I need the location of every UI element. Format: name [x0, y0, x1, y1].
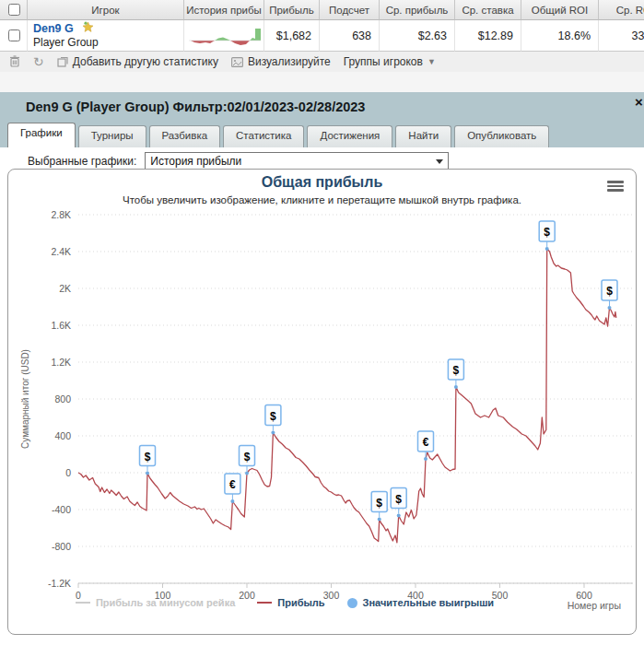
legend-item[interactable]: Прибыль	[257, 597, 324, 608]
y-tick-label: -800	[52, 541, 71, 552]
tab-опубликовать[interactable]: Опубликовать	[454, 125, 549, 147]
win-anchor-dot	[271, 431, 275, 435]
win-flag[interactable]: $	[539, 221, 555, 251]
player-groups-label: Группы игроков	[344, 55, 423, 68]
win-flag-symbol: $	[270, 410, 276, 423]
copy-icon	[57, 56, 68, 67]
y-tick-label: 400	[54, 430, 71, 441]
y-tick-label: 1.6K	[51, 320, 71, 331]
win-flag[interactable]: €	[225, 474, 240, 503]
win-flag-symbol: €	[423, 436, 429, 449]
player-group-label: Player Group	[33, 36, 99, 50]
add-statistic-label: Добавить другую статистику	[73, 55, 218, 68]
row-checkbox[interactable]	[8, 29, 20, 41]
win-flag[interactable]: $	[265, 405, 281, 435]
toolbar: ↻ Добавить другую статистику Визуализиру…	[0, 52, 644, 72]
column-header[interactable]: Подсчет	[320, 0, 380, 20]
trash-icon[interactable]	[9, 55, 20, 69]
close-icon[interactable]: ×	[635, 94, 644, 110]
column-header[interactable]: Игрок	[28, 0, 184, 20]
visualize-button[interactable]: Визуализируйте	[231, 55, 331, 68]
image-icon	[231, 57, 243, 67]
win-flag-symbol: $	[395, 493, 402, 506]
chart-type-select[interactable]: История прибыли	[145, 152, 449, 170]
chevron-down-icon: ▼	[427, 57, 436, 66]
win-flag[interactable]: $	[391, 488, 406, 518]
filter-title: Den9 G (Player Group) Фильтр:02/01/2023-…	[26, 100, 365, 114]
y-axis-title: Суммарный итог (USD)	[20, 349, 30, 449]
avg-profit-value: $2.63	[380, 20, 455, 52]
win-anchor-dot	[424, 457, 427, 461]
column-header[interactable]: Прибыль	[264, 0, 320, 20]
win-flag[interactable]: €	[418, 431, 434, 461]
profit-line[interactable]	[78, 249, 616, 543]
legend-label: Прибыль за минусом рейка	[96, 597, 235, 608]
column-header[interactable]: Ср. ROI	[599, 0, 644, 20]
tab-турниры[interactable]: Турниры	[78, 125, 146, 147]
chart-select-value: История прибыли	[150, 155, 241, 168]
y-tick-label: 800	[54, 393, 71, 405]
refresh-icon[interactable]: ↻	[33, 55, 44, 68]
win-flag[interactable]: $	[240, 446, 255, 475]
y-tick-label: 0	[65, 467, 71, 478]
visualize-label: Визуализируйте	[248, 55, 331, 68]
legend-item[interactable]: Значительные выигрыши	[347, 597, 495, 608]
legend-label: Прибыль	[277, 597, 324, 608]
win-anchor-dot	[245, 472, 249, 475]
tab-разбивка[interactable]: Разбивка	[149, 125, 221, 147]
tab-достижения[interactable]: Достижения	[307, 125, 392, 147]
legend-line-swatch	[257, 602, 272, 604]
win-flag-symbol: $	[606, 285, 613, 298]
avg-stake-value: $12.89	[455, 20, 521, 52]
column-header[interactable]: Ср. прибыль	[380, 0, 455, 20]
select-all-checkbox[interactable]	[8, 4, 20, 16]
win-flag-symbol: $	[376, 497, 382, 510]
win-flag-symbol: €	[229, 478, 236, 491]
win-anchor-dot	[230, 499, 234, 503]
win-anchor-dot	[608, 306, 612, 310]
filter-header: Den9 G (Player Group) Фильтр:02/01/2023-…	[0, 92, 644, 147]
tab-найти[interactable]: Найти	[395, 125, 451, 147]
win-flag[interactable]: $	[448, 359, 463, 389]
legend-marker-swatch	[347, 598, 357, 608]
xaxis-title: Номер игры	[568, 600, 621, 611]
win-flag-symbol: $	[453, 364, 460, 377]
table-header-row: ИгрокИстория прибыПрибыльПодсчетСр. приб…	[0, 0, 644, 20]
profit-value: $1,682	[264, 20, 320, 52]
win-flag[interactable]: $	[140, 446, 156, 475]
add-statistic-button[interactable]: Добавить другую статистику	[57, 55, 218, 68]
legend-line-swatch	[76, 602, 90, 604]
spacer-strip	[0, 72, 644, 92]
select-all-cell[interactable]	[0, 0, 28, 20]
win-flag-symbol: $	[244, 451, 251, 463]
column-header[interactable]: Общий ROI	[521, 0, 599, 20]
y-tick-label: 1.2K	[51, 357, 71, 368]
main-content: Выбранные графики: История прибыли Общая…	[0, 147, 644, 645]
player-name-link[interactable]: Den9 G	[33, 22, 74, 35]
tab-статистика[interactable]: Статистика	[223, 125, 304, 147]
win-flag[interactable]: $	[602, 280, 617, 310]
player-stats-table: ИгрокИстория прибыПрибыльПодсчетСр. приб…	[0, 0, 644, 52]
y-tick-label: -1.2K	[48, 578, 71, 589]
row-checkbox-cell	[0, 20, 28, 52]
avg-roi-value: 33.1%	[599, 20, 644, 52]
y-tick-label: 2K	[59, 283, 71, 294]
total-roi-value: 18.6%	[521, 20, 599, 52]
column-header[interactable]: История прибы	[184, 0, 264, 20]
column-header[interactable]: Ср. ставка	[455, 0, 521, 20]
win-anchor-dot	[146, 472, 149, 475]
player-groups-dropdown[interactable]: Группы игроков ▼	[344, 55, 436, 68]
profit-plot: 2.8K2.4K2K1.6K1.2K8004000-400-800-1.2KСу…	[8, 170, 636, 634]
profit-sparkline	[187, 24, 261, 48]
y-tick-label: 2.4K	[51, 246, 71, 257]
win-anchor-dot	[545, 247, 549, 251]
legend-item[interactable]: Прибыль за минусом рейка	[76, 597, 235, 608]
chart-select-label: Выбранные графики:	[28, 155, 136, 168]
win-flag-symbol: $	[145, 451, 151, 463]
win-flag-symbol: $	[544, 226, 550, 239]
y-tick-label: -400	[52, 504, 71, 515]
win-flag[interactable]: $	[371, 492, 387, 522]
medal-icon	[82, 21, 94, 33]
tab-active-графики[interactable]: Графики	[7, 123, 76, 147]
player-cell: Den9 G Player Group	[28, 20, 184, 52]
